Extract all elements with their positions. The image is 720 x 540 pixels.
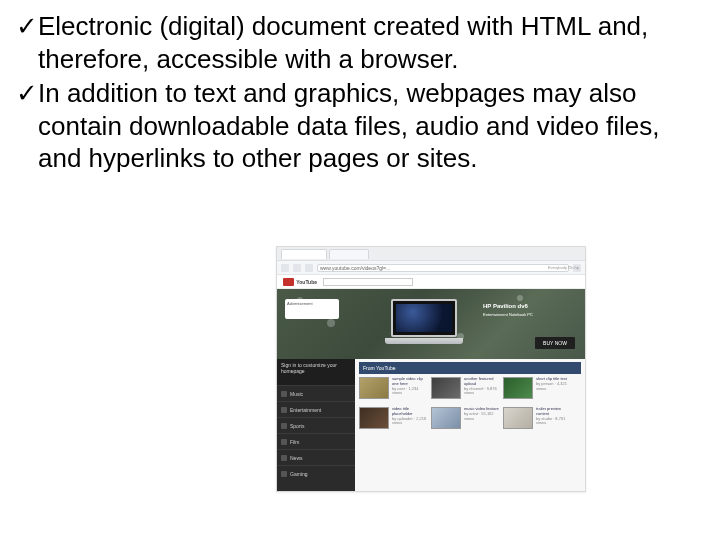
sidebar-item: Gaming — [277, 465, 355, 481]
video-thumbnail — [503, 377, 533, 399]
main-column: From YouTube sample video clip one hereb… — [355, 359, 585, 491]
video-card: video title placeholderby uploader · 2,2… — [359, 407, 427, 429]
hero-subtitle: Entertainment Notebook PC — [483, 312, 575, 317]
sidebar-header: Sign in to customize your homepage — [277, 359, 355, 385]
page-content: Everybody On hp YouTube Advertisement HP… — [277, 275, 585, 491]
sidebar-item-label: Entertainment — [290, 407, 321, 413]
video-meta: trailer preview contentby studio · 8,701… — [536, 407, 571, 429]
browser-tab — [329, 249, 369, 259]
sidebar-item: Film — [277, 433, 355, 449]
video-subtitle: by person · 4,321 views — [536, 382, 571, 392]
ad-brand-text: Everybody On hp — [548, 265, 579, 270]
video-meta: sample video clip one hereby user · 1,23… — [392, 377, 427, 399]
bullet-item: ✓ Electronic (digital) document created … — [10, 10, 700, 75]
sidebar: Sign in to customize your homepage Music… — [277, 359, 355, 491]
youtube-logo-text: YouTube — [296, 279, 317, 285]
category-icon — [281, 407, 287, 413]
cta-button: BUY NOW — [535, 337, 575, 349]
bullet-list: ✓ Electronic (digital) document created … — [10, 10, 700, 175]
back-icon — [281, 264, 289, 272]
video-subtitle: by uploader · 2,210 views — [392, 417, 427, 427]
address-bar: www.youtube.com/videos?gl=... — [317, 264, 569, 272]
laptop-base — [385, 338, 463, 344]
video-meta: another featured uploadby channel · 9,87… — [464, 377, 499, 399]
sidebar-item: Sports — [277, 417, 355, 433]
video-thumbnail — [431, 407, 461, 429]
sidebar-item: Music — [277, 385, 355, 401]
video-card: trailer preview contentby studio · 8,701… — [503, 407, 571, 429]
video-card: music video featureby artist · 55,102 vi… — [431, 407, 499, 429]
video-thumbnail — [359, 377, 389, 399]
hero-banner: Advertisement HP Pavilion dv6 Entertainm… — [277, 289, 585, 359]
category-icon — [281, 471, 287, 477]
category-icon — [281, 439, 287, 445]
bullet-text: In addition to text and graphics, webpag… — [38, 77, 700, 175]
video-card: sample video clip one hereby user · 1,23… — [359, 377, 427, 399]
video-card: short clip title textby person · 4,321 v… — [503, 377, 571, 399]
sidebar-item-label: Music — [290, 391, 303, 397]
youtube-logo: YouTube — [283, 278, 317, 286]
forward-icon — [293, 264, 301, 272]
embedded-screenshot: www.youtube.com/videos?gl=... Everybody … — [276, 246, 586, 492]
video-thumbnail — [431, 377, 461, 399]
sidebar-item-label: Film — [290, 439, 299, 445]
checkmark-icon: ✓ — [10, 10, 38, 75]
ad-badge: Advertisement — [285, 299, 339, 319]
site-header: YouTube — [277, 275, 585, 289]
sidebar-item-label: News — [290, 455, 303, 461]
youtube-play-icon — [283, 278, 294, 286]
video-subtitle: by studio · 8,701 views — [536, 417, 571, 427]
rail-header: From YouTube — [359, 362, 581, 374]
snowflake-icon — [327, 319, 335, 327]
sidebar-item-label: Gaming — [290, 471, 308, 477]
search-input — [323, 278, 413, 286]
snowflake-icon — [517, 295, 523, 301]
bullet-text: Electronic (digital) document created wi… — [38, 10, 700, 75]
hero-text: HP Pavilion dv6 Entertainment Notebook P… — [483, 303, 575, 317]
browser-toolbar: www.youtube.com/videos?gl=... — [277, 261, 585, 275]
video-meta: music video featureby artist · 55,102 vi… — [464, 407, 499, 429]
video-meta: short clip title textby person · 4,321 v… — [536, 377, 571, 399]
category-icon — [281, 423, 287, 429]
category-icon — [281, 391, 287, 397]
sidebar-item: Entertainment — [277, 401, 355, 417]
bullet-item: ✓ In addition to text and graphics, webp… — [10, 77, 700, 175]
video-subtitle: by artist · 55,102 views — [464, 412, 499, 422]
video-thumbnail — [503, 407, 533, 429]
checkmark-icon: ✓ — [10, 77, 38, 175]
video-meta: video title placeholderby uploader · 2,2… — [392, 407, 427, 429]
browser-tab-strip — [277, 247, 585, 261]
video-subtitle: by channel · 9,876 views — [464, 387, 499, 397]
sidebar-item: News — [277, 449, 355, 465]
video-subtitle: by user · 1,234 views — [392, 387, 427, 397]
content-area: Sign in to customize your homepage Music… — [277, 359, 585, 491]
hero-title: HP Pavilion dv6 — [483, 303, 575, 310]
sidebar-item-label: Sports — [290, 423, 304, 429]
video-grid: sample video clip one hereby user · 1,23… — [359, 377, 581, 429]
video-card: another featured uploadby channel · 9,87… — [431, 377, 499, 399]
browser-tab — [281, 249, 327, 259]
reload-icon — [305, 264, 313, 272]
laptop-image — [385, 299, 463, 349]
video-thumbnail — [359, 407, 389, 429]
laptop-screen — [391, 299, 457, 337]
category-icon — [281, 455, 287, 461]
